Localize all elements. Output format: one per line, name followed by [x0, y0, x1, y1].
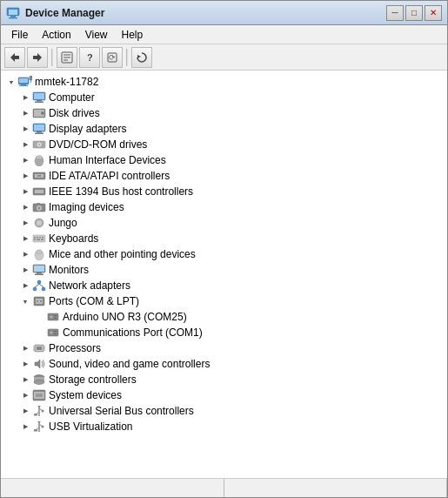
menu-file[interactable]: File	[4, 27, 35, 43]
tree-item-ieee[interactable]: IEEE 1394 Bus host controllers	[1, 184, 447, 199]
svg-rect-100	[36, 394, 43, 397]
root-expander[interactable]	[4, 75, 18, 89]
usb-expander[interactable]	[18, 404, 32, 418]
svg-rect-32	[37, 131, 42, 133]
usb-virt-label: USB Virtualization	[49, 421, 133, 433]
minimize-button[interactable]: ─	[386, 5, 404, 21]
sound-expander[interactable]	[18, 357, 32, 371]
usb-virt-expander[interactable]	[18, 420, 32, 434]
svg-rect-49	[37, 203, 40, 205]
hid-expander[interactable]	[18, 153, 32, 167]
tree-item-ide[interactable]: IDE ATA/ATAPI controllers	[1, 168, 447, 184]
usb-label: Universal Serial Bus controllers	[49, 405, 194, 417]
tree-item-keyboards[interactable]: Keyboards	[1, 231, 447, 246]
sound-label: Sound, video and game controllers	[49, 358, 210, 370]
display-expander[interactable]	[18, 122, 32, 136]
tree-item-monitors[interactable]: Monitors	[1, 262, 447, 278]
svg-rect-76	[48, 313, 58, 320]
svg-rect-1	[9, 10, 17, 15]
monitors-expander[interactable]	[18, 263, 32, 277]
menu-view[interactable]: View	[78, 27, 115, 43]
window-title: Device Manager	[25, 7, 386, 19]
tree-item-disk-drives[interactable]: Disk drives	[1, 105, 447, 121]
svg-rect-25	[35, 102, 43, 104]
network-expander[interactable]	[18, 279, 32, 293]
tree-item-hid[interactable]: Human Interface Devices	[1, 152, 447, 168]
tree-item-jungo[interactable]: Jungo	[1, 215, 447, 231]
svg-rect-83	[54, 333, 57, 334]
ports-expander[interactable]	[18, 294, 32, 308]
menu-action[interactable]: Action	[35, 27, 77, 43]
imaging-expander[interactable]	[18, 200, 32, 214]
help-button[interactable]: ?	[79, 47, 100, 68]
status-panel-right	[224, 479, 448, 497]
tree-item-comport[interactable]: Communications Port (COM1)	[1, 325, 447, 340]
keyboards-icon	[32, 232, 46, 246]
disk-icon	[32, 106, 46, 120]
system-expander[interactable]	[18, 388, 32, 402]
tree-item-mice[interactable]: Mice and other pointing devices	[1, 246, 447, 262]
storage-expander[interactable]	[18, 373, 32, 387]
ide-icon	[32, 169, 46, 183]
svg-point-51	[37, 220, 42, 225]
tree-item-network[interactable]: Network adapters	[1, 278, 447, 293]
mice-icon	[32, 247, 46, 261]
tree-item-imaging[interactable]: Imaging devices	[1, 199, 447, 215]
svg-rect-43	[37, 175, 41, 177]
storage-label: Storage controllers	[49, 374, 137, 386]
tree-item-system-devices[interactable]: System devices	[1, 387, 447, 403]
close-button[interactable]: ✕	[425, 5, 442, 21]
svg-rect-20	[30, 76, 32, 80]
tree-item-usb-virt[interactable]: USB Virtualization	[1, 419, 447, 434]
svg-rect-80	[48, 329, 58, 336]
root-label: mmtek-11782	[35, 76, 98, 88]
tree-item-sound[interactable]: Sound, video and game controllers	[1, 356, 447, 372]
tree-item-dvd[interactable]: DVD/CD-ROM drives	[1, 137, 447, 152]
usb-icon	[32, 404, 46, 418]
forward-button[interactable]	[27, 47, 48, 68]
monitors-icon	[32, 263, 46, 277]
status-panel-left	[1, 479, 224, 497]
storage-icon	[32, 373, 46, 387]
tree-item-usb[interactable]: Universal Serial Bus controllers	[1, 403, 447, 419]
restore-button[interactable]: □	[405, 5, 423, 21]
jungo-icon	[32, 216, 46, 230]
computer-expander[interactable]	[18, 91, 32, 104]
tree-root[interactable]: mmtek-11782	[1, 74, 447, 90]
arduino-expander	[32, 310, 46, 324]
tree-item-arduino[interactable]: Arduino UNO R3 (COM25)	[1, 309, 447, 325]
toolbar-separator-1	[51, 49, 53, 66]
jungo-expander[interactable]	[18, 216, 32, 230]
svg-point-69	[42, 287, 45, 291]
tree-item-computer[interactable]: Computer	[1, 90, 447, 105]
svg-rect-54	[37, 237, 38, 239]
ieee-label: IEEE 1394 Bus host controllers	[49, 185, 193, 198]
ieee-expander[interactable]	[18, 185, 32, 199]
svg-point-48	[38, 207, 41, 210]
svg-line-70	[35, 284, 39, 287]
properties-button[interactable]	[57, 47, 77, 68]
tree-item-storage[interactable]: Storage controllers	[1, 372, 447, 387]
ide-expander[interactable]	[18, 169, 32, 183]
menu-bar: File Action View Help	[1, 25, 447, 44]
processors-expander[interactable]	[18, 341, 32, 355]
menu-help[interactable]: Help	[115, 27, 150, 43]
keyboards-expander[interactable]	[18, 232, 32, 246]
refresh-button[interactable]	[131, 47, 152, 68]
network-icon	[32, 279, 46, 293]
toolbar: ? ⟳	[1, 44, 447, 71]
ports-icon	[32, 294, 46, 308]
dvd-expander[interactable]	[18, 138, 32, 151]
tree-item-processors[interactable]: Processors	[1, 340, 447, 356]
disk-expander[interactable]	[18, 106, 32, 120]
update-driver-button[interactable]: ⟳	[102, 47, 123, 68]
svg-point-110	[42, 426, 44, 428]
mice-expander[interactable]	[18, 247, 32, 261]
arduino-label: Arduino UNO R3 (COM25)	[63, 311, 187, 323]
svg-point-29	[42, 112, 43, 114]
svg-rect-31	[34, 124, 44, 131]
device-tree-panel[interactable]: mmtek-11782 Computer	[1, 71, 447, 478]
tree-item-ports[interactable]: Ports (COM & LPT)	[1, 293, 447, 309]
tree-item-display-adapters[interactable]: Display adapters	[1, 121, 447, 137]
back-button[interactable]	[4, 47, 25, 68]
